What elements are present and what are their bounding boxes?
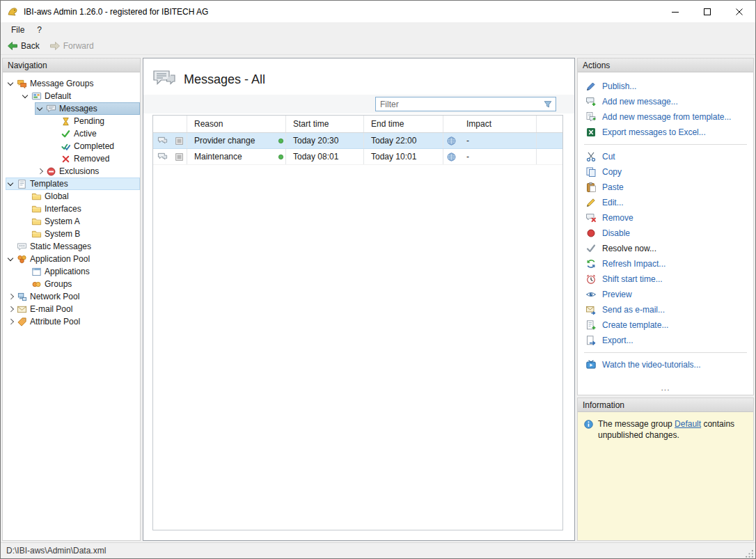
col-reason[interactable]: Reason [187,116,276,132]
tree-item-default[interactable]: Default [3,90,140,102]
message-checkbox-cell[interactable] [171,133,187,148]
minimize-button[interactable] [659,1,691,22]
message-checkbox-cell[interactable] [171,149,187,164]
refresh-impact-icon [585,258,597,269]
col-end-time[interactable]: End time [363,116,443,132]
tree-item-application-pool[interactable]: Application Pool [3,253,140,265]
action-preview[interactable]: Preview [578,287,753,302]
resize-grip-icon[interactable] [745,549,754,558]
action-export[interactable]: Export... [578,333,753,348]
chevron-down-icon[interactable] [35,103,46,114]
message-start-time: Today 20:30 [285,133,363,148]
action-label: Watch the video-tutorials... [602,360,701,370]
col-impact[interactable]: Impact [459,116,536,132]
chevron-right-icon[interactable] [35,166,46,177]
tree-item-inner: Static Messages [6,240,140,253]
action-cut[interactable]: Cut [578,149,753,164]
action-shift-start-time[interactable]: Shift start time... [578,271,753,287]
tree-item-inner: Active [49,127,140,140]
tree-item-messages[interactable]: Messages [3,102,140,115]
action-add-new-message[interactable]: Add new message... [578,94,753,109]
tree-item-active[interactable]: Active [3,127,140,140]
filter-funnel-button[interactable] [540,97,556,111]
tree-item-static-messages[interactable]: Static Messages [3,240,140,253]
message-row[interactable]: Provider changeToday 20:30Today 22:00- [153,133,562,149]
action-watch-the-video-tutorials[interactable]: Watch the video-tutorials... [578,357,753,372]
app-logo-icon [7,6,18,17]
preview-icon [585,289,597,300]
action-disable[interactable]: Disable [578,226,753,241]
maximize-button[interactable] [691,1,723,22]
chevron-right-icon[interactable] [6,291,17,302]
tree-item-label: E-mail Pool [30,304,76,314]
action-copy[interactable]: Copy [578,164,753,180]
tree-item-pending[interactable]: Pending [3,115,140,127]
tree-item-label: System B [45,229,84,239]
col-start-time[interactable]: Start time [285,116,363,132]
chevron-spacer [49,116,61,127]
back-button[interactable]: Back [4,39,45,53]
col-checkbox [171,116,187,132]
tree-item-global[interactable]: Global [3,190,140,203]
default-group-link[interactable]: Default [675,419,701,429]
tree-item-removed[interactable]: Removed [3,152,140,165]
action-paste[interactable]: Paste [578,180,753,195]
forward-button[interactable]: Forward [47,39,100,53]
action-publish[interactable]: Publish... [578,79,753,94]
video-tutorials-icon [585,359,597,370]
export-excel-icon [585,127,597,138]
tree-item-label: Templates [30,179,72,189]
tree-item-system-a[interactable]: System A [3,215,140,228]
actions-header: Actions [578,58,753,72]
action-resolve-now[interactable]: Resolve now... [578,241,753,256]
window-controls [659,1,755,22]
tree-item-interfaces[interactable]: Interfaces [3,203,140,215]
info-icon [583,419,594,430]
tree-item-inner: Message Groups [6,77,140,90]
filter-input[interactable] [376,100,540,109]
tree-item-attribute-pool[interactable]: Attribute Pool [3,315,140,328]
chevron-down-icon[interactable] [6,78,17,89]
tree-item-templates[interactable]: Templates [3,178,140,190]
message-end-time: Today 22:00 [363,133,443,148]
tree-item-groups[interactable]: Groups [3,278,140,290]
navigation-header-label: Navigation [8,61,47,70]
chevron-right-icon[interactable] [6,316,17,327]
action-send-as-e-mail[interactable]: Send as e-mail... [578,302,753,317]
chevron-right-icon[interactable] [6,304,17,315]
tree-item-system-b[interactable]: System B [3,228,140,240]
tree-item-message-groups[interactable]: Message Groups [3,77,140,90]
action-export-messages-to-excel[interactable]: Export messages to Excel... [578,125,753,140]
chevron-spacer [20,278,31,290]
chevron-down-icon[interactable] [6,253,17,265]
col-impact-icon [443,116,459,132]
navigation-header: Navigation [3,58,140,72]
action-create-template[interactable]: Create template... [578,317,753,333]
action-edit[interactable]: Edit... [578,195,753,210]
page-title: Messages - All [184,72,265,87]
action-remove[interactable]: Remove [578,210,753,226]
chevron-down-icon[interactable] [20,90,31,102]
message-type-cell [153,149,171,164]
action-refresh-impact[interactable]: Refresh Impact... [578,256,753,271]
tree-item-network-pool[interactable]: Network Pool [3,290,140,303]
status-green-icon [277,153,285,161]
tree-item-completed[interactable]: Completed [3,140,140,152]
menu-file[interactable]: File [5,22,31,38]
action-add-new-message-from-template[interactable]: Add new message from template... [578,109,753,125]
tree-item-applications[interactable]: Applications [3,265,140,278]
tree-item-label: Removed [74,154,113,164]
menu-help[interactable]: ? [31,22,48,38]
actions-overflow-button[interactable]: ... [578,381,753,395]
message-bubble-icon [157,152,168,162]
close-button[interactable] [723,1,755,22]
tree-item-exclusions[interactable]: Exclusions [3,165,140,178]
tree-item-label: Message Groups [30,79,97,88]
app-pool-icon [17,254,27,265]
filter-strip [143,95,574,113]
messages-icon [46,104,56,114]
message-row[interactable]: MaintenanceToday 08:01Today 10:01- [153,149,562,165]
tree-item-e-mail-pool[interactable]: E-mail Pool [3,303,140,315]
chevron-down-icon[interactable] [6,178,17,189]
tree-item-inner: Exclusions [35,165,140,178]
